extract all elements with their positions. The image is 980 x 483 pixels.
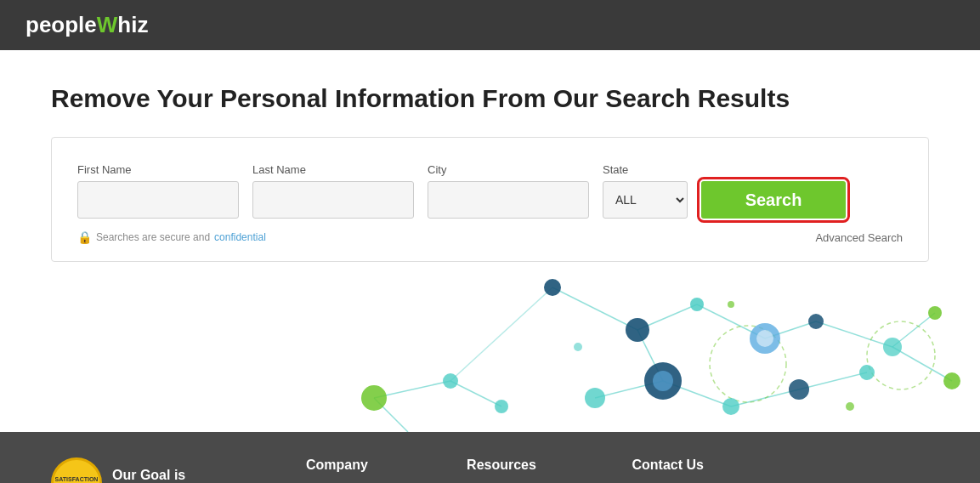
footer-resources-col: Resources Background Report Errors Crimi…	[467, 457, 581, 483]
city-label: City	[428, 163, 589, 176]
first-name-group: First Name	[77, 163, 239, 219]
svg-point-34	[756, 330, 773, 347]
svg-line-0	[552, 287, 637, 330]
main-content: Remove Your Personal Information From Ou…	[0, 50, 980, 262]
svg-point-32	[443, 373, 458, 389]
state-select[interactable]: ALL ALAKAZAR CACOCTDE FLGAHIID ILINIAKS …	[603, 181, 688, 219]
svg-point-37	[728, 301, 734, 308]
svg-point-18	[544, 279, 561, 296]
footer-contact-title: Contact Us	[632, 457, 759, 473]
footer-badge-section: SATISFACTION GUARANTEED Our Goal is 100%…	[51, 457, 255, 483]
network-visualization	[0, 262, 980, 432]
advanced-search-link[interactable]: Advanced Search	[815, 231, 903, 244]
svg-point-25	[585, 388, 605, 408]
svg-point-35	[653, 371, 673, 391]
search-button-wrapper: Search	[701, 181, 846, 219]
last-name-group: Last Name	[252, 163, 414, 219]
svg-point-27	[859, 365, 875, 380]
svg-point-26	[722, 398, 739, 415]
svg-point-17	[867, 321, 935, 389]
lock-icon: 🔒	[77, 230, 92, 244]
page-title: Remove Your Personal Information From Ou…	[51, 84, 929, 113]
header: peopleWhiz	[0, 0, 980, 50]
badge-inner-text: SATISFACTION GUARANTEED	[52, 473, 102, 483]
footer-resources-title: Resources	[467, 457, 581, 473]
network-svg	[0, 262, 980, 432]
logo: peopleWhiz	[25, 12, 148, 38]
confidential-link[interactable]: confidential	[214, 231, 266, 243]
first-name-input[interactable]	[77, 181, 239, 219]
footer-company-title: Company	[306, 457, 416, 473]
svg-line-11	[892, 347, 952, 381]
city-input[interactable]	[428, 181, 589, 219]
state-group: State ALL ALAKAZAR CACOCTDE FLGAHIID ILI…	[603, 163, 688, 219]
footer-contact-col: Contact Us (833) 276-9449	[632, 457, 759, 483]
state-label: State	[603, 163, 688, 176]
svg-point-23	[690, 298, 704, 311]
badge-title-line1: Our Goal is	[112, 467, 228, 483]
city-group: City	[428, 163, 589, 219]
logo-accent: W	[97, 12, 118, 37]
last-name-input[interactable]	[252, 181, 414, 219]
logo-rest: hiz	[117, 12, 148, 37]
satisfaction-badge: SATISFACTION GUARANTEED	[51, 457, 102, 483]
footer-company-col: Company About Us Testimonials The People…	[306, 457, 416, 483]
first-name-label: First Name	[77, 163, 239, 176]
svg-line-8	[799, 372, 867, 389]
search-box: First Name Last Name City State ALL ALAK…	[51, 137, 929, 262]
search-footer: 🔒 Searches are secure and confidential A…	[77, 230, 903, 244]
secure-text: 🔒 Searches are secure and confidential	[77, 230, 266, 244]
svg-point-29	[928, 306, 942, 320]
svg-line-14	[450, 287, 552, 381]
secure-label: Searches are secure and	[96, 231, 210, 243]
svg-point-21	[789, 379, 809, 400]
svg-point-28	[883, 338, 902, 356]
svg-point-22	[808, 314, 824, 329]
svg-line-9	[816, 321, 892, 347]
last-name-label: Last Name	[252, 163, 414, 176]
search-button[interactable]: Search	[701, 181, 846, 219]
svg-point-30	[943, 372, 960, 389]
footer: SATISFACTION GUARANTEED Our Goal is 100%…	[0, 432, 980, 483]
badge-row: SATISFACTION GUARANTEED Our Goal is 100%…	[51, 457, 255, 483]
svg-point-38	[574, 343, 582, 351]
badge-text: Our Goal is 100% Satisfaction	[112, 467, 228, 483]
svg-point-31	[361, 385, 387, 411]
search-fields: First Name Last Name City State ALL ALAK…	[77, 163, 903, 219]
svg-point-19	[626, 318, 649, 342]
svg-point-33	[495, 400, 508, 413]
svg-line-13	[450, 381, 501, 406]
svg-point-36	[846, 402, 854, 411]
